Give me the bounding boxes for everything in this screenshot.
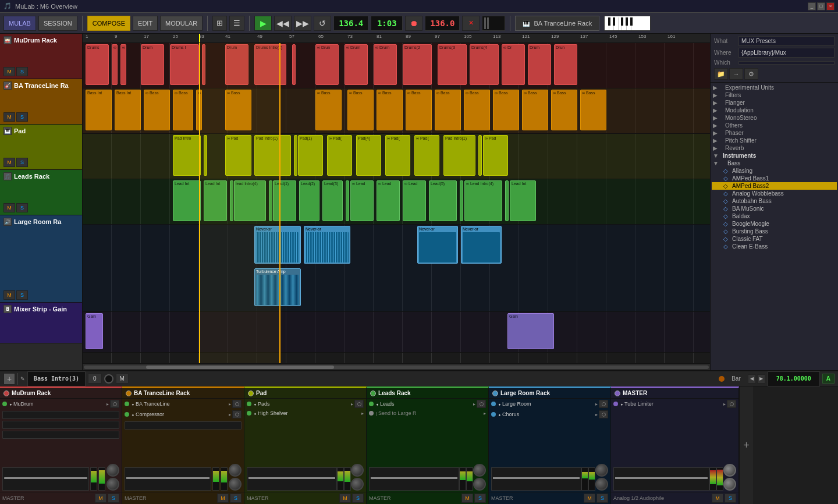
knob-vol-large-room[interactable]: [595, 464, 608, 477]
channel-send-large-room[interactable]: ⬡: [599, 400, 608, 408]
clip-lead-8[interactable]: Lead(3): [322, 180, 343, 221]
channel-send-tube[interactable]: ⬡: [727, 400, 736, 408]
clip-bass-12[interactable]: ∞ Bass: [464, 90, 490, 130]
solo-button-pad[interactable]: S: [16, 158, 28, 167]
clip-bass-8[interactable]: ∞ Bass: [347, 90, 374, 130]
tree-item-monostereo[interactable]: ▶ MonoStereo: [712, 114, 837, 122]
clip-pad-13[interactable]: ∞ Pad: [483, 135, 508, 176]
track-lane-bass[interactable]: Bass Int Bass Int ∞ Bass ∞ Bass ∞ ∞ Bass…: [83, 88, 710, 134]
clip-bass-13[interactable]: ∞ Bass: [493, 90, 519, 130]
clip-drums-14[interactable]: Drums(3: [438, 44, 467, 85]
tree-item-experimental[interactable]: ▶ Experimental Units: [712, 84, 837, 91]
clip-bass-2[interactable]: Bass Int: [115, 90, 141, 130]
clip-bass-5[interactable]: ∞: [196, 90, 202, 130]
clip-drums-6[interactable]: [202, 44, 205, 85]
channel-expand-pads[interactable]: ▸: [351, 402, 353, 407]
clip-bass-9[interactable]: ∞ Bass: [377, 90, 403, 130]
clip-bass-15[interactable]: ∞ Bass: [551, 90, 577, 130]
channel-expand-tube[interactable]: ▸: [723, 402, 726, 407]
clip-room-2[interactable]: Never-sr: [304, 226, 350, 264]
clip-lead-13[interactable]: Lead(5): [429, 180, 457, 221]
list-view-button[interactable]: ☰: [229, 16, 244, 31]
clip-gain-1[interactable]: Gain: [86, 313, 103, 349]
mute-button-bass[interactable]: M: [3, 112, 15, 122]
channel-send-ba[interactable]: ⬡: [232, 400, 242, 408]
solo-button-large-room[interactable]: S: [16, 290, 28, 300]
clip-drums-10[interactable]: ∞ Drun: [315, 44, 339, 85]
clip-drums-2[interactable]: ∞: [112, 44, 118, 85]
channel-send-leads[interactable]: ⬡: [477, 400, 486, 408]
clip-lead-6[interactable]: Lead(1): [273, 180, 296, 221]
knob-pan-leads[interactable]: [473, 478, 486, 491]
clip-drums-12[interactable]: ∞ Drum: [374, 44, 397, 85]
browser-folder-button[interactable]: 📁: [714, 68, 728, 80]
bar-next-button[interactable]: ▶: [757, 374, 765, 384]
tree-item-filters[interactable]: ▶ Filters: [712, 91, 837, 99]
browser-where-value[interactable]: {AppLibrary}/Mux: [738, 48, 835, 58]
fader-slot-3-mudrum[interactable]: [2, 431, 119, 439]
clip-room-1[interactable]: Never-sr: [254, 226, 301, 264]
browser-arrow-button[interactable]: →: [729, 68, 743, 80]
maximize-button[interactable]: □: [817, 2, 825, 10]
clip-lead-16[interactable]: [505, 180, 509, 221]
strip-fader-master[interactable]: [613, 467, 709, 491]
clip-drums-13[interactable]: Drums(2: [403, 44, 432, 85]
modular-button[interactable]: MODULAR: [160, 16, 203, 31]
tree-item-others[interactable]: ▶ Others: [712, 122, 837, 129]
strip-solo-mudrum[interactable]: S: [108, 494, 119, 503]
strip-fader-mudrum[interactable]: [2, 467, 89, 491]
strip-solo-large-room[interactable]: S: [596, 494, 608, 503]
clip-bass-1[interactable]: Bass Int: [86, 90, 112, 130]
clip-bass-16[interactable]: ∞ Bass: [580, 90, 606, 130]
knob-pan-bass[interactable]: [229, 478, 242, 491]
strip-fader-pad[interactable]: [247, 467, 337, 491]
channel-expand-ba[interactable]: ▸: [229, 402, 231, 407]
browser-what-value[interactable]: MUX Presets: [738, 36, 835, 46]
clip-drums-1[interactable]: Drums: [86, 44, 109, 85]
clip-pad-2[interactable]: [204, 135, 207, 176]
channel-expand-leads[interactable]: ▸: [473, 402, 475, 407]
clip-lead-5[interactable]: [269, 180, 272, 221]
clip-bass-6[interactable]: ∞ Bass: [225, 90, 251, 130]
channel-send-pads[interactable]: ⬡: [354, 400, 364, 408]
tree-item-pitch-shifter[interactable]: ▶ Pitch Shifter: [712, 137, 837, 144]
forward-button[interactable]: ▶▶: [294, 16, 311, 31]
tree-item-ba-musonic[interactable]: ◇ BA MuSonic: [712, 205, 837, 212]
clip-drums-8[interactable]: Drums Intro(2): [254, 44, 286, 85]
track-lane-drums[interactable]: Drums ∞ ∞ Drum Drums I Drum Drums Intro(…: [83, 43, 710, 88]
arrange-scrollbar[interactable]: [83, 363, 710, 370]
knob-vol-mudrum[interactable]: [106, 464, 119, 477]
tree-item-flanger[interactable]: ▶ Flanger: [712, 99, 837, 107]
strip-mute-bass[interactable]: M: [217, 494, 229, 503]
mute-button-large-room[interactable]: M: [3, 290, 15, 300]
track-lane-mixer[interactable]: Gain Gain: [83, 312, 710, 353]
clip-pad-3[interactable]: ∞ Pad: [225, 135, 251, 176]
clip-lead-10[interactable]: ∞ Lead: [350, 180, 374, 221]
knob-pan-pad[interactable]: [351, 478, 364, 491]
clip-lead-12[interactable]: ∞ Lead: [403, 180, 426, 221]
channel-expand-large-room[interactable]: ▸: [595, 402, 598, 407]
rack-label-button[interactable]: 🎹 BA TranceLine Rack: [515, 16, 599, 31]
clip-bass-7[interactable]: ∞ Bass: [315, 90, 342, 130]
strip-solo-pad[interactable]: S: [352, 494, 364, 503]
strip-fader-leads[interactable]: [369, 467, 459, 491]
channel-expand-shelver[interactable]: ▸: [361, 411, 364, 416]
clip-lead-14[interactable]: [460, 180, 463, 221]
mode-button[interactable]: M: [116, 374, 129, 384]
clip-bass-10[interactable]: ∞ Bass: [406, 90, 432, 130]
channel-send-chorus[interactable]: ⬡: [599, 410, 608, 418]
clip-drums-11[interactable]: ∞ Drum: [345, 44, 368, 85]
strip-solo-master[interactable]: S: [725, 494, 736, 503]
clip-pad-8[interactable]: Pad(4): [356, 135, 381, 176]
tree-item-modulation[interactable]: ▶ Modulation: [712, 107, 837, 114]
clip-drums-9[interactable]: [292, 44, 296, 85]
strip-mute-pad[interactable]: M: [339, 494, 351, 503]
clip-pad-5[interactable]: [294, 135, 297, 176]
clip-pad-6[interactable]: Pad(1): [298, 135, 323, 176]
play-button[interactable]: ▶: [254, 16, 272, 31]
mute-button-pad[interactable]: M: [3, 158, 15, 167]
clip-pad-1[interactable]: Pad Intro: [173, 135, 201, 176]
strip-fader-bass[interactable]: [125, 467, 211, 491]
strip-solo-bass[interactable]: S: [230, 494, 242, 503]
clip-lead-11[interactable]: ∞ Lead: [377, 180, 400, 221]
